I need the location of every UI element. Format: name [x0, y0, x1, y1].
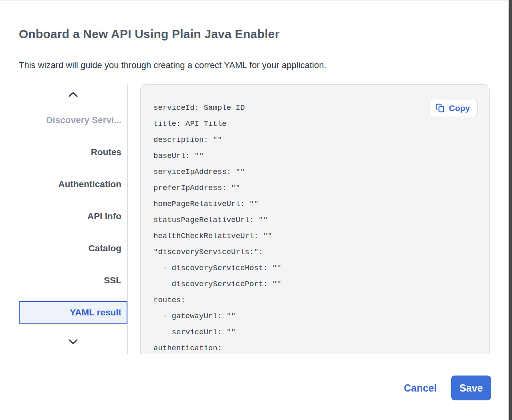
nav-scroll-down-button[interactable]: [19, 329, 127, 354]
sidebar-item-label: SSL: [104, 275, 121, 286]
sidebar-item-discovery-service[interactable]: Discovery Servi...: [19, 104, 127, 136]
sidebar-item-label: Authentication: [58, 179, 122, 190]
sidebar-item-catalog[interactable]: Catalog: [19, 232, 127, 265]
yaml-code-block: serviceId: Sample IDtitle: API Titledesc…: [153, 100, 478, 354]
sidebar-item-label: YAML result: [70, 307, 121, 318]
onboard-api-wizard-dialog: Onboard a New API Using Plain Java Enabl…: [0, 0, 512, 420]
yaml-code-line: - gatewayUrl: "": [153, 308, 478, 324]
cancel-button[interactable]: Cancel: [404, 382, 437, 394]
yaml-code-line: serviceIpAddress: "": [153, 164, 478, 180]
yaml-code-line: preferIpAddress: "": [153, 180, 478, 196]
background-dark-strip: [509, 0, 512, 420]
yaml-code-line: homePageRelativeUrl: "": [153, 196, 478, 212]
chevron-down-icon: [68, 339, 79, 345]
sidebar-item-routes[interactable]: Routes: [19, 136, 127, 168]
sidebar-item-ssl[interactable]: SSL: [19, 265, 127, 297]
save-button[interactable]: Save: [451, 376, 491, 400]
copy-icon: [435, 103, 445, 113]
chevron-up-icon: [68, 91, 79, 97]
dialog-description: This wizard will guide you through creat…: [19, 60, 327, 71]
yaml-code-line: - discoveryServiceHost: "": [153, 260, 478, 276]
sidebar-item-yaml-result[interactable]: YAML result: [19, 301, 127, 324]
dialog-top-border: [0, 0, 512, 1]
yaml-code-line: title: API Title: [153, 116, 478, 132]
wizard-steps-nav: Discovery Servi... Routes Authentication…: [19, 84, 128, 354]
sidebar-item-api-info[interactable]: API Info: [19, 200, 127, 232]
yaml-code-line: statusPageRelativeUrl: "": [153, 212, 478, 228]
yaml-preview-panel: serviceId: Sample IDtitle: API Titledesc…: [140, 84, 490, 354]
nav-scroll-up-button[interactable]: [19, 84, 127, 104]
yaml-code-line: description: "": [153, 132, 478, 148]
sidebar-item-label: Routes: [91, 147, 121, 158]
yaml-code-line: "discoveryServiceUrls:":: [153, 244, 478, 260]
yaml-code-line: authentication:: [153, 340, 478, 354]
sidebar-item-authentication[interactable]: Authentication: [19, 168, 127, 200]
yaml-code-line: healthCheckRelativeUrl: "": [153, 228, 478, 244]
sidebar-item-label: Catalog: [88, 243, 121, 254]
page-title: Onboard a New API Using Plain Java Enabl…: [19, 27, 280, 41]
yaml-code-line: baseUrl: "": [153, 148, 478, 164]
copy-button-label: Copy: [449, 103, 470, 113]
sidebar-item-label: Discovery Servi...: [46, 115, 121, 125]
wizard-content: Discovery Servi... Routes Authentication…: [19, 84, 490, 354]
copy-button[interactable]: Copy: [429, 99, 478, 117]
yaml-code-line: serviceUrl: "": [153, 324, 478, 340]
sidebar-item-label: API Info: [87, 211, 121, 222]
yaml-code-line: routes:: [153, 292, 478, 308]
dialog-footer: Cancel Save: [404, 376, 491, 400]
yaml-code-line: discoveryServicePort: "": [153, 276, 478, 292]
